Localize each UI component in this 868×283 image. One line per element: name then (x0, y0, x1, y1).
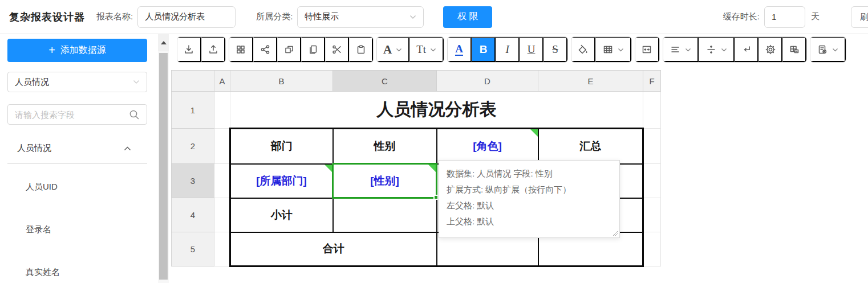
chevron-down-icon (430, 48, 436, 52)
cell-f2[interactable] (643, 129, 661, 164)
refresh-button-clipped[interactable]: 刷新 (851, 6, 868, 28)
field-tag: [角色] (473, 140, 502, 152)
vertical-scrollbar[interactable] (158, 34, 169, 283)
italic-button[interactable]: I (496, 37, 520, 62)
selection-fill-handle[interactable] (433, 195, 439, 200)
field-item[interactable]: 真实姓名 (7, 251, 147, 283)
report-name-input[interactable] (137, 6, 236, 28)
font-color-button[interactable]: A (448, 37, 472, 62)
chevron-up-icon (124, 146, 131, 151)
cell-f3[interactable] (643, 164, 661, 198)
align-dropdown[interactable] (663, 37, 699, 62)
permission-button[interactable]: 权 限 (443, 6, 492, 28)
cut-button[interactable] (325, 37, 349, 62)
font-size-dropdown[interactable]: Tt (409, 37, 444, 62)
clipboard-icon (355, 44, 367, 55)
cell-f1[interactable] (643, 92, 661, 129)
designer-canvas: A Tt A B I U (169, 34, 868, 283)
green-corner-marker (325, 165, 332, 172)
download-button[interactable] (177, 37, 201, 62)
column-header-a[interactable]: A (214, 71, 230, 92)
category-select-value: 特性展示 (305, 11, 339, 22)
cell-a5[interactable] (214, 232, 230, 266)
gear-icon (765, 44, 776, 55)
column-header-c[interactable]: C (333, 71, 437, 92)
column-header-f[interactable]: F (643, 71, 661, 92)
cell-b4[interactable]: 小计 (230, 198, 333, 232)
format-cells-button[interactable] (782, 37, 806, 62)
underline-button[interactable]: U (520, 37, 543, 62)
layout-grid-button[interactable] (229, 37, 253, 62)
merge-cells-button[interactable] (635, 37, 659, 62)
field-search-box (7, 104, 147, 125)
font-dropdown[interactable]: A (377, 37, 409, 62)
font-size-letters: Tt (416, 43, 426, 56)
italic-letter: I (505, 43, 509, 56)
cell-b5-merged[interactable]: 合计 (230, 232, 437, 266)
cell-e2[interactable]: 汇总 (538, 129, 643, 164)
cache-duration-input[interactable] (764, 6, 805, 28)
bold-letter: B (480, 43, 488, 56)
row-header-4[interactable]: 4 (172, 198, 214, 232)
field-item[interactable]: 人员UID (7, 166, 147, 208)
cell-c3-selected[interactable]: [性别] (333, 164, 437, 198)
cell-b3[interactable]: [所属部门] (230, 164, 333, 198)
cell-f5[interactable] (643, 232, 661, 266)
cell-a4[interactable] (214, 198, 230, 232)
resize-grip-icon[interactable] (612, 230, 618, 236)
cell-a2[interactable] (214, 129, 230, 164)
chevron-down-icon (133, 80, 140, 84)
cell-f4[interactable] (643, 198, 661, 232)
copy-icon (307, 44, 319, 55)
fill-color-button[interactable] (571, 37, 595, 62)
share-icon (259, 44, 271, 55)
cell-a1[interactable] (214, 92, 230, 129)
green-corner-marker (530, 129, 538, 137)
cells-overlay-icon (789, 44, 800, 55)
copy-button[interactable] (301, 37, 325, 62)
wrap-text-button[interactable] (735, 37, 759, 62)
column-header-b[interactable]: B (230, 71, 333, 92)
strikethrough-button[interactable]: S (543, 37, 567, 62)
row-header-3[interactable]: 3 (172, 164, 214, 198)
toolbar-group-export (810, 36, 846, 63)
bold-button[interactable]: B (472, 37, 496, 62)
row-header-5[interactable]: 5 (172, 232, 214, 266)
dataset-select[interactable]: 人员情况 (7, 72, 147, 92)
chevron-down-icon (832, 48, 838, 52)
column-header-d[interactable]: D (437, 71, 538, 92)
corner-header[interactable] (172, 71, 214, 92)
datasource-sidebar: + 添加数据源 人员情况 人员情况 人员UID 登录名 真实姓名 (0, 34, 158, 283)
toolbar-group-merge (635, 36, 660, 63)
row-split-dropdown[interactable] (699, 37, 735, 62)
dataset-section-title: 人员情况 (17, 143, 51, 154)
cell-c4[interactable] (333, 198, 437, 232)
cell-c2[interactable]: 性别 (333, 129, 437, 164)
scrollbar-thumb[interactable] (159, 53, 168, 280)
scroll-up-button[interactable] (158, 34, 169, 51)
category-select[interactable]: 特性展示 (297, 6, 424, 28)
share-button[interactable] (253, 37, 277, 62)
cell-d2[interactable]: [角色] (437, 129, 538, 164)
cell-b2[interactable]: 部门 (230, 129, 333, 164)
row-header-2[interactable]: 2 (172, 129, 214, 164)
table-borders-icon (602, 44, 614, 55)
field-search-input[interactable] (15, 110, 129, 120)
dataset-section-header[interactable]: 人员情况 (7, 138, 147, 158)
paste-button[interactable] (349, 37, 373, 62)
cell-title[interactable]: 人员情况分析表 (230, 92, 643, 129)
cell-a3[interactable] (214, 164, 230, 198)
upload-button[interactable] (201, 37, 225, 62)
field-tag: [性别] (370, 175, 399, 187)
border-dropdown[interactable] (595, 37, 631, 62)
row-header-1[interactable]: 1 (172, 92, 214, 129)
field-item[interactable]: 登录名 (7, 208, 147, 251)
field-list: 人员UID 登录名 真实姓名 (7, 164, 147, 283)
column-header-e[interactable]: E (538, 71, 643, 92)
paint-bucket-icon (577, 44, 589, 55)
upload-icon (208, 44, 219, 55)
settings-button[interactable] (759, 37, 782, 62)
bring-forward-button[interactable] (277, 37, 301, 62)
add-datasource-button[interactable]: + 添加数据源 (7, 39, 147, 62)
report-settings-dropdown[interactable] (810, 37, 846, 62)
